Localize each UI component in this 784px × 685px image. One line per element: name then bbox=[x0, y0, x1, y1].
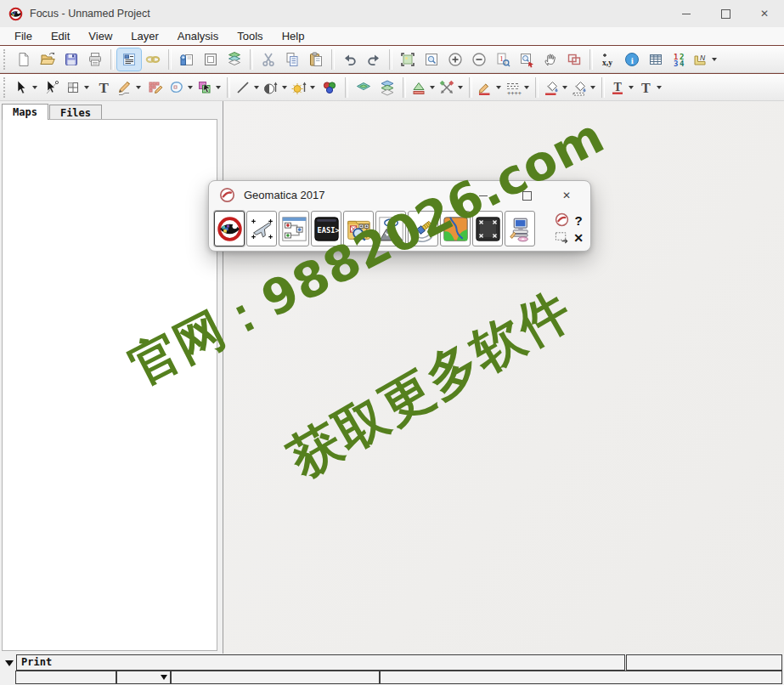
btn-layers[interactable] bbox=[223, 48, 246, 71]
toolbar-grip[interactable] bbox=[3, 77, 9, 98]
maps-tree-panel[interactable] bbox=[2, 119, 217, 651]
launch-workstation-button[interactable] bbox=[505, 211, 535, 246]
launcher-help-button[interactable]: ? bbox=[574, 213, 582, 229]
chevron-down-icon[interactable] bbox=[310, 86, 315, 89]
btn-layer-stack[interactable] bbox=[375, 76, 399, 99]
btn-info[interactable]: i bbox=[620, 48, 644, 71]
btn-sketch[interactable] bbox=[116, 76, 144, 99]
btn-paper-roll[interactable] bbox=[175, 48, 199, 71]
btn-layer-flat[interactable] bbox=[352, 76, 375, 99]
launch-fly-button[interactable] bbox=[375, 211, 406, 246]
btn-vertex-edit[interactable] bbox=[40, 76, 64, 99]
launcher-close-button[interactable]: ✕ bbox=[556, 186, 578, 205]
launch-satellite-button[interactable] bbox=[408, 211, 438, 246]
launch-focus-button[interactable] bbox=[214, 211, 245, 246]
menu-view[interactable]: View bbox=[79, 30, 121, 42]
btn-print[interactable] bbox=[83, 48, 107, 71]
btn-open[interactable] bbox=[36, 48, 59, 71]
btn-new-file[interactable] bbox=[12, 48, 36, 71]
menu-analysis[interactable]: Analysis bbox=[168, 30, 228, 42]
chevron-down-icon[interactable] bbox=[458, 86, 463, 89]
btn-raster-edit[interactable] bbox=[144, 76, 167, 99]
minimize-button[interactable] bbox=[667, 0, 706, 27]
chevron-down-icon[interactable] bbox=[562, 86, 567, 89]
launcher-close-small-button[interactable]: ✕ bbox=[573, 230, 584, 246]
btn-measure[interactable]: N bbox=[691, 48, 719, 71]
status-dropdown-cell[interactable] bbox=[116, 671, 171, 684]
close-button[interactable]: ✕ bbox=[745, 0, 784, 27]
chevron-down-icon[interactable] bbox=[496, 86, 501, 89]
launcher-maximize-button[interactable] bbox=[516, 186, 538, 205]
chevron-down-icon[interactable] bbox=[282, 86, 287, 89]
chevron-down-icon[interactable] bbox=[524, 86, 529, 89]
chevron-down-icon[interactable] bbox=[188, 86, 193, 89]
btn-shapes-select[interactable] bbox=[195, 76, 223, 99]
btn-line[interactable] bbox=[234, 76, 262, 99]
menu-tools[interactable]: Tools bbox=[228, 30, 272, 42]
chevron-down-icon[interactable] bbox=[216, 86, 221, 89]
btn-zoom-one[interactable]: 1 bbox=[491, 48, 515, 71]
btn-zoom-interactive[interactable] bbox=[515, 48, 539, 71]
btn-fill-pattern[interactable] bbox=[570, 76, 598, 99]
btn-select-arrow[interactable] bbox=[12, 76, 40, 99]
launch-catalog-search-button[interactable] bbox=[343, 211, 374, 246]
launcher-minimize-button[interactable] bbox=[472, 186, 494, 205]
chevron-down-icon[interactable] bbox=[430, 86, 435, 89]
btn-lasso[interactable] bbox=[167, 76, 195, 99]
menu-file[interactable]: File bbox=[5, 30, 42, 42]
launch-map-vectors-button[interactable] bbox=[440, 211, 471, 246]
btn-area-window[interactable] bbox=[199, 48, 223, 71]
chevron-down-icon[interactable] bbox=[136, 86, 141, 89]
btn-cut[interactable] bbox=[257, 48, 280, 71]
chevron-down-icon[interactable] bbox=[657, 86, 662, 89]
tab-files[interactable]: Files bbox=[49, 105, 102, 120]
btn-paste[interactable] bbox=[304, 48, 328, 71]
btn-redo[interactable] bbox=[362, 48, 386, 71]
btn-compare[interactable] bbox=[562, 48, 586, 71]
btn-swap-arrows[interactable] bbox=[437, 76, 465, 99]
chevron-down-icon[interactable] bbox=[590, 86, 595, 89]
btn-pencil-style[interactable] bbox=[476, 76, 504, 99]
btn-text-style[interactable]: T bbox=[636, 76, 664, 99]
btn-zoom-window[interactable] bbox=[420, 48, 443, 71]
launcher-customize-button[interactable] bbox=[555, 229, 569, 247]
btn-rgb[interactable] bbox=[318, 76, 341, 99]
maximize-button[interactable] bbox=[706, 0, 745, 27]
chevron-down-icon[interactable] bbox=[254, 86, 259, 89]
btn-dash-pattern[interactable]: ++++ bbox=[504, 76, 532, 99]
menu-layer[interactable]: Layer bbox=[121, 30, 168, 42]
toolbar-grip[interactable] bbox=[3, 49, 9, 70]
btn-numbers[interactable]: 1234 bbox=[668, 48, 691, 71]
btn-contrast[interactable] bbox=[262, 76, 290, 99]
chevron-down-icon[interactable] bbox=[712, 58, 717, 61]
btn-fill-color[interactable] bbox=[542, 76, 570, 99]
btn-zoom-out[interactable] bbox=[467, 48, 491, 71]
launch-orthoengine-button[interactable] bbox=[246, 211, 277, 246]
menu-help[interactable]: Help bbox=[273, 30, 314, 42]
btn-xy[interactable]: x,y bbox=[596, 48, 620, 71]
btn-undo[interactable] bbox=[338, 48, 362, 71]
btn-grid-cells[interactable] bbox=[64, 76, 92, 99]
btn-text-color[interactable]: T bbox=[608, 76, 636, 99]
btn-table[interactable] bbox=[644, 48, 668, 71]
btn-zoom-extent[interactable] bbox=[396, 48, 420, 71]
tab-maps[interactable]: Maps bbox=[2, 104, 48, 120]
launch-capture-corners-button[interactable] bbox=[472, 211, 503, 246]
btn-zoom-in[interactable] bbox=[443, 48, 467, 71]
chevron-down-icon[interactable] bbox=[629, 86, 634, 89]
btn-text-tool[interactable]: T bbox=[92, 76, 116, 99]
chevron-down-icon[interactable] bbox=[32, 86, 37, 89]
btn-tri-stack[interactable] bbox=[409, 76, 437, 99]
btn-brightness[interactable] bbox=[290, 76, 318, 99]
launch-modeler-button[interactable] bbox=[279, 211, 309, 246]
help-icon: ? bbox=[574, 213, 582, 228]
status-collapse-button[interactable] bbox=[3, 656, 15, 670]
chevron-down-icon[interactable] bbox=[84, 86, 89, 89]
btn-copy[interactable] bbox=[280, 48, 304, 71]
btn-save[interactable] bbox=[59, 48, 83, 71]
menu-edit[interactable]: Edit bbox=[42, 30, 79, 42]
launch-easi-button[interactable]: EASI> bbox=[311, 211, 341, 246]
btn-pan[interactable] bbox=[539, 48, 562, 71]
btn-link[interactable] bbox=[141, 48, 165, 71]
btn-maps-tree[interactable] bbox=[117, 48, 141, 71]
